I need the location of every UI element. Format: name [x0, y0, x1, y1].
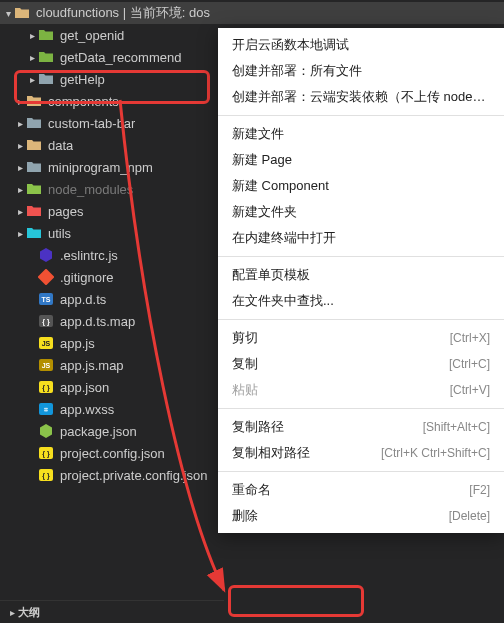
svg-text:JS: JS: [42, 362, 51, 369]
menu-separator: [218, 471, 504, 472]
git-icon: [38, 269, 54, 285]
context-menu-item[interactable]: 新建文件: [218, 121, 504, 147]
folder-cloud-icon: [38, 49, 54, 65]
context-menu-item[interactable]: 配置单页模板: [218, 262, 504, 288]
context-menu-item[interactable]: 新建 Component: [218, 173, 504, 199]
chevron-right-icon: ▸: [6, 607, 18, 618]
svg-text:⌗: ⌗: [43, 406, 48, 413]
context-menu-item[interactable]: 在内建终端中打开: [218, 225, 504, 251]
folder-node-icon: [26, 181, 42, 197]
tree-item-label: getHelp: [60, 72, 105, 87]
tree-item-label: node_modules: [48, 182, 133, 197]
context-menu-item[interactable]: 创建并部署：云端安装依赖（不上传 node_modules）: [218, 84, 504, 110]
context-menu-item[interactable]: 删除[Delete]: [218, 503, 504, 529]
context-menu-item[interactable]: 复制相对路径[Ctrl+K Ctrl+Shift+C]: [218, 440, 504, 466]
folder-plain-icon: [26, 159, 42, 175]
tree-item-label: pages: [48, 204, 83, 219]
tree-item-label: app.wxss: [60, 402, 114, 417]
chevron-right-icon: ▸: [14, 206, 26, 217]
tree-item-label: data: [48, 138, 73, 153]
context-menu-item-label: 创建并部署：云端安装依赖（不上传 node_modules）: [232, 88, 490, 106]
json-icon: { }: [38, 467, 54, 483]
ts-icon: TS: [38, 291, 54, 307]
chevron-right-icon: ▸: [14, 184, 26, 195]
context-menu-item-shortcut: [Ctrl+V]: [450, 383, 490, 397]
context-menu-item[interactable]: 开启云函数本地调试: [218, 32, 504, 58]
js-icon: JS: [38, 335, 54, 351]
folder-pages-icon: [26, 203, 42, 219]
tree-item-label: .gitignore: [60, 270, 113, 285]
context-menu-item[interactable]: 重命名[F2]: [218, 477, 504, 503]
eslint-icon: [38, 247, 54, 263]
tree-item-label: .eslintrc.js: [60, 248, 118, 263]
svg-rect-1: [38, 269, 54, 285]
wxss-icon: ⌗: [38, 401, 54, 417]
context-menu-item[interactable]: 创建并部署：所有文件: [218, 58, 504, 84]
svg-marker-0: [40, 248, 52, 262]
context-menu-item-shortcut: [F2]: [469, 483, 490, 497]
context-menu-item-shortcut: [Shift+Alt+C]: [423, 420, 490, 434]
tree-item-label: getData_recommend: [60, 50, 181, 65]
chevron-right-icon: ▸: [14, 140, 26, 151]
tree-item-label: miniprogram_npm: [48, 160, 153, 175]
chevron-right-icon: ▸: [14, 228, 26, 239]
npm-icon: [38, 423, 54, 439]
folder-cloud-icon: [38, 27, 54, 43]
context-menu-item: 粘贴[Ctrl+V]: [218, 377, 504, 403]
context-menu-item-label: 复制路径: [232, 418, 413, 436]
folder-plain-icon: [26, 115, 42, 131]
context-menu-item-label: 新建 Page: [232, 151, 490, 169]
context-menu-item[interactable]: 复制路径[Shift+Alt+C]: [218, 414, 504, 440]
menu-separator: [218, 256, 504, 257]
chevron-right-icon: ▸: [14, 162, 26, 173]
context-menu-item[interactable]: 新建 Page: [218, 147, 504, 173]
context-menu-item-shortcut: [Delete]: [449, 509, 490, 523]
context-menu-item[interactable]: 复制[Ctrl+C]: [218, 351, 504, 377]
tree-item-label: package.json: [60, 424, 137, 439]
context-menu-item-shortcut: [Ctrl+X]: [450, 331, 490, 345]
context-menu-item-label: 粘贴: [232, 381, 440, 399]
menu-separator: [218, 115, 504, 116]
chevron-right-icon: ▸: [26, 30, 38, 41]
annotation-highlight-delete: [228, 585, 364, 617]
chevron-right-icon: ▸: [14, 96, 26, 107]
tree-root-label: cloudfunctions | 当前环境: dos: [36, 4, 210, 22]
folder-gold-icon: [26, 93, 42, 109]
context-menu-item-label: 新建 Component: [232, 177, 490, 195]
chevron-down-icon: ▾: [2, 8, 14, 19]
context-menu-item[interactable]: 剪切[Ctrl+X]: [218, 325, 504, 351]
context-menu-item-label: 创建并部署：所有文件: [232, 62, 490, 80]
map-icon: { }: [38, 313, 54, 329]
svg-marker-14: [40, 424, 52, 438]
tree-root-row[interactable]: ▾ cloudfunctions | 当前环境: dos: [0, 2, 504, 24]
chevron-right-icon: ▸: [26, 74, 38, 85]
tree-item-label: app.js: [60, 336, 95, 351]
folder-gold-icon: [26, 137, 42, 153]
folder-icon: [14, 5, 30, 21]
json-icon: { }: [38, 445, 54, 461]
context-menu-item-label: 删除: [232, 507, 439, 525]
context-menu: 开启云函数本地调试创建并部署：所有文件创建并部署：云端安装依赖（不上传 node…: [218, 28, 504, 533]
context-menu-item[interactable]: 在文件夹中查找...: [218, 288, 504, 314]
svg-text:{ }: { }: [42, 472, 50, 480]
context-menu-item-label: 复制: [232, 355, 439, 373]
context-menu-item-shortcut: [Ctrl+K Ctrl+Shift+C]: [381, 446, 490, 460]
svg-text:{ }: { }: [42, 318, 50, 326]
json-icon: { }: [38, 379, 54, 395]
jsmap-icon: JS: [38, 357, 54, 373]
outline-section-header[interactable]: ▸ 大纲: [0, 600, 224, 623]
svg-text:JS: JS: [42, 340, 51, 347]
context-menu-item-label: 开启云函数本地调试: [232, 36, 490, 54]
context-menu-item-label: 在内建终端中打开: [232, 229, 490, 247]
context-menu-item-label: 新建文件: [232, 125, 490, 143]
tree-item-label: app.d.ts: [60, 292, 106, 307]
menu-separator: [218, 319, 504, 320]
context-menu-item-label: 配置单页模板: [232, 266, 490, 284]
svg-text:{ }: { }: [42, 450, 50, 458]
tree-item-label: utils: [48, 226, 71, 241]
context-menu-item-label: 在文件夹中查找...: [232, 292, 490, 310]
tree-item-label: custom-tab-bar: [48, 116, 135, 131]
chevron-right-icon: ▸: [14, 118, 26, 129]
context-menu-item[interactable]: 新建文件夹: [218, 199, 504, 225]
context-menu-item-label: 剪切: [232, 329, 440, 347]
